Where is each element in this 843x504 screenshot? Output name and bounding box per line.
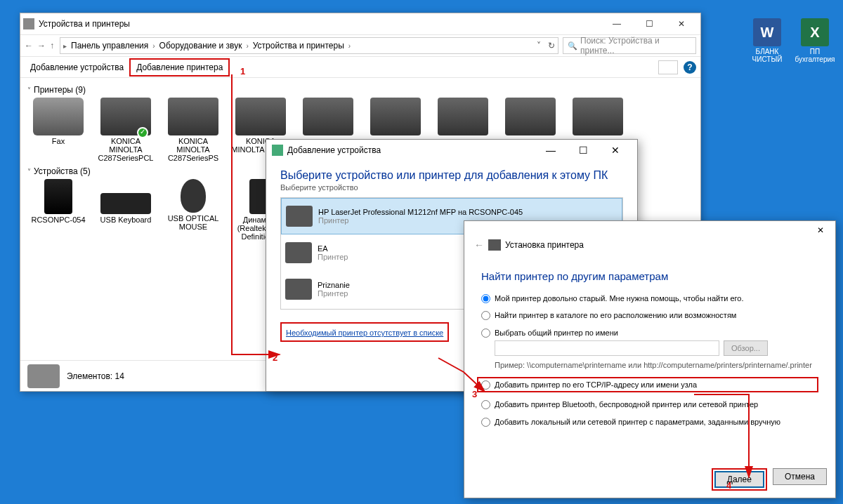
crumb[interactable]: Оборудование и звук bbox=[158, 41, 244, 51]
chevron-down-icon: ˅ bbox=[27, 168, 31, 175]
wizard-heading: Найти принтер по другим параметрам bbox=[481, 270, 818, 282]
desktop-icon-word[interactable]: W БЛАНК ЧИСТЫЙ bbox=[746, 18, 788, 63]
close-button[interactable]: ✕ bbox=[806, 221, 835, 239]
device-item[interactable]: Fax bbox=[27, 98, 89, 162]
word-icon: W bbox=[753, 18, 781, 46]
maximize-button[interactable]: ☐ bbox=[633, 14, 665, 34]
install-printer-wizard: ✕ ← Установка принтера Найти принтер по … bbox=[464, 220, 836, 498]
crumb-dropdown-icon[interactable]: ˅ bbox=[537, 41, 541, 51]
minimize-button[interactable]: — bbox=[601, 14, 633, 34]
nav-forward-icon[interactable]: → bbox=[37, 41, 46, 51]
desktop-icon-label: БЛАНК ЧИСТЫЙ bbox=[746, 48, 788, 63]
next-button[interactable]: Далее bbox=[714, 471, 764, 488]
printer-not-in-list-link-box: Необходимый принтер отсутствует в списке bbox=[280, 322, 449, 342]
printer-icon bbox=[168, 98, 218, 135]
printer-icon bbox=[285, 279, 312, 300]
group-header-printers[interactable]: ˅ Принтеры (9) bbox=[27, 85, 693, 95]
window-title: Устройства и принтеры bbox=[39, 19, 130, 29]
explorer-titlebar[interactable]: Устройства и принтеры — ☐ ✕ bbox=[20, 13, 700, 34]
desktop-icon-label: ПП бухгалтерия bbox=[794, 48, 836, 63]
maximize-button[interactable]: ☐ bbox=[567, 140, 599, 160]
status-text: Элементов: 14 bbox=[67, 371, 124, 381]
option-old-printer[interactable]: Мой принтер довольно старый. Мне нужна п… bbox=[481, 293, 818, 303]
printer-not-in-list-link[interactable]: Необходимый принтер отсутствует в списке bbox=[286, 329, 443, 337]
browse-button[interactable]: Обзор... bbox=[724, 340, 768, 356]
devices-printers-icon bbox=[23, 18, 34, 29]
printer-icon bbox=[505, 98, 556, 135]
address-bar: ← → ↑ ▸ Панель управления › Оборудование… bbox=[20, 34, 700, 57]
close-button[interactable]: ✕ bbox=[599, 140, 632, 160]
printer-icon bbox=[303, 98, 353, 135]
add-device-icon bbox=[272, 145, 283, 156]
status-bar-icon bbox=[27, 364, 60, 388]
fax-icon bbox=[33, 98, 84, 135]
radio-find-in-catalog[interactable] bbox=[481, 311, 490, 320]
printer-icon bbox=[488, 239, 501, 251]
add-device-button[interactable]: Добавление устройства bbox=[25, 60, 129, 75]
shared-name-input[interactable] bbox=[495, 340, 719, 356]
radio-shared-by-name[interactable] bbox=[481, 329, 490, 338]
printer-icon bbox=[370, 98, 421, 135]
printer-icon bbox=[100, 98, 151, 135]
back-icon[interactable]: ← bbox=[474, 239, 484, 251]
printer-icon bbox=[438, 98, 488, 135]
option-bluetooth[interactable]: Добавить принтер Bluetooth, беспроводной… bbox=[481, 399, 818, 409]
excel-icon: X bbox=[801, 18, 829, 46]
add-printer-button[interactable]: Добавление принтера bbox=[129, 58, 230, 77]
option-tcpip[interactable]: Добавить принтер по его TCP/IP-адресу ил… bbox=[477, 377, 818, 392]
crumb[interactable]: Панель управления bbox=[70, 41, 150, 51]
chevron-down-icon: ˅ bbox=[27, 86, 31, 94]
crumb[interactable]: Устройства и принтеры bbox=[251, 41, 346, 51]
annotation-number-3: 3 bbox=[472, 389, 477, 399]
printer-icon bbox=[573, 98, 623, 135]
next-button-highlight: Далее bbox=[712, 468, 767, 491]
keyboard-icon bbox=[100, 193, 151, 214]
mouse-icon bbox=[181, 179, 206, 213]
close-button[interactable]: ✕ bbox=[665, 14, 698, 34]
device-item[interactable]: RCSONPC-054 bbox=[27, 179, 89, 241]
view-toggle-button[interactable] bbox=[658, 60, 678, 74]
search-input[interactable]: 🔍 Поиск: Устройства и принте... bbox=[563, 37, 696, 54]
example-text: Пример: \\computername\printername или h… bbox=[495, 360, 812, 370]
wizard-title: Установка принтера bbox=[505, 240, 584, 250]
annotation-number-4: 4 bbox=[726, 480, 731, 491]
refresh-icon[interactable]: ↻ bbox=[548, 41, 555, 51]
dialog-title: Добавление устройства bbox=[287, 145, 381, 155]
printer-icon bbox=[285, 242, 312, 263]
radio-tcpip[interactable] bbox=[481, 380, 490, 390]
option-shared-by-name[interactable]: Выбрать общий принтер по имени Обзор... … bbox=[481, 328, 818, 371]
annotation-number-1: 1 bbox=[240, 66, 245, 77]
nav-up-icon[interactable]: ↑ bbox=[50, 41, 54, 51]
desktop-icon-excel[interactable]: X ПП бухгалтерия bbox=[794, 18, 836, 63]
nav-back-icon[interactable]: ← bbox=[25, 41, 33, 51]
help-icon[interactable]: ? bbox=[684, 61, 696, 74]
wizard-header: ← Установка принтера bbox=[464, 239, 835, 251]
adddev-subtitle: Выберите устройство bbox=[280, 183, 623, 192]
search-icon: 🔍 bbox=[568, 41, 577, 51]
annotation-number-2: 2 bbox=[273, 352, 277, 363]
device-item[interactable]: KONICA MINOLTA C287SeriesPS bbox=[162, 98, 224, 162]
adddev-titlebar[interactable]: Добавление устройства — ☐ ✕ bbox=[266, 140, 637, 161]
adddev-heading: Выберите устройство или принтер для доба… bbox=[280, 169, 623, 182]
printer-icon bbox=[286, 206, 313, 227]
minimize-button[interactable]: — bbox=[535, 140, 567, 160]
radio-bluetooth[interactable] bbox=[481, 400, 490, 409]
option-find-in-catalog[interactable]: Найти принтер в каталоге по его располож… bbox=[481, 310, 818, 320]
printer-icon bbox=[235, 98, 286, 135]
device-item[interactable]: USB OPTICAL MOUSE bbox=[162, 179, 224, 241]
cancel-button[interactable]: Отмена bbox=[773, 468, 827, 485]
device-item[interactable]: USB Keyboard bbox=[95, 179, 157, 241]
explorer-toolbar: Добавление устройства Добавление принтер… bbox=[20, 57, 700, 78]
default-check-icon bbox=[137, 127, 148, 138]
device-item[interactable]: KONICA MINOLTA C287SeriesPCL bbox=[95, 98, 157, 162]
pc-icon bbox=[44, 179, 72, 214]
radio-old-printer[interactable] bbox=[481, 294, 490, 303]
option-local-manual[interactable]: Добавить локальный или сетевой принтер с… bbox=[481, 417, 818, 427]
radio-local-manual[interactable] bbox=[481, 418, 490, 427]
breadcrumb[interactable]: ▸ Панель управления › Оборудование и зву… bbox=[60, 37, 558, 54]
